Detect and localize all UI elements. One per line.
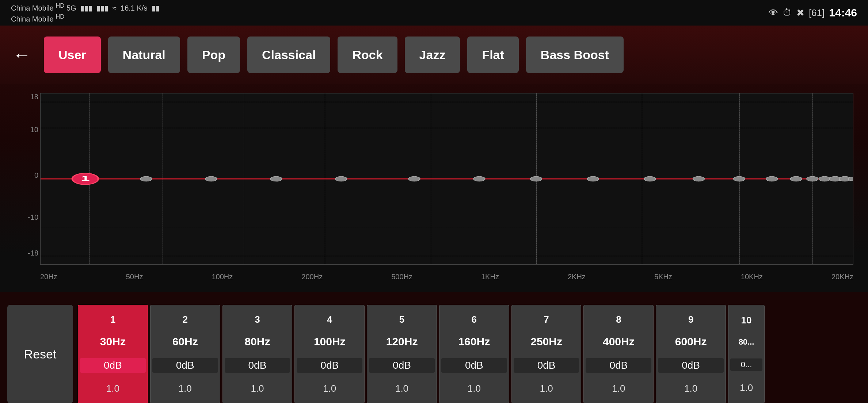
x-label-1khz: 1KHz	[481, 273, 499, 281]
band-7[interactable]: 7 250Hz 0dB 1.0	[511, 305, 582, 403]
band-8[interactable]: 8 400Hz 0dB 1.0	[583, 305, 654, 403]
status-right: 👁 ⏱ ✖ [61] 14:46	[769, 7, 857, 19]
bluetooth-icon: ✖	[796, 7, 804, 19]
reset-button[interactable]: Reset	[7, 305, 73, 403]
x-axis-labels: 20Hz 50Hz 100Hz 200Hz 500Hz 1KHz 2KHz 5K…	[40, 273, 853, 281]
band-3[interactable]: 3 80Hz 0dB 1.0	[222, 305, 293, 403]
band-6-freq: 160Hz	[458, 335, 490, 348]
svg-point-3	[141, 176, 152, 181]
y-label-neg18: -18	[18, 249, 38, 257]
battery-indicator: [61]	[809, 7, 825, 19]
svg-point-5	[270, 176, 282, 181]
x-label-500hz: 500Hz	[391, 273, 412, 281]
band-9-db: 0dB	[658, 358, 724, 373]
x-label-2khz: 2KHz	[568, 273, 586, 281]
x-label-10khz: 10KHz	[741, 273, 763, 281]
preset-flat[interactable]: Flat	[467, 37, 518, 73]
preset-rock[interactable]: Rock	[338, 37, 397, 73]
band-7-q: 1.0	[540, 383, 553, 394]
band-4-q: 1.0	[323, 383, 336, 394]
preset-natural[interactable]: Natural	[108, 37, 180, 73]
band-10[interactable]: 10 80... 0... 1.0	[728, 305, 765, 403]
band-3-q: 1.0	[251, 383, 264, 394]
band-1-db: 0dB	[80, 358, 146, 373]
band-5-db: 0dB	[369, 358, 435, 373]
x-label-50hz: 50Hz	[126, 273, 143, 281]
band-5-freq: 120Hz	[386, 335, 418, 348]
band-10-db: 0...	[730, 358, 762, 371]
svg-point-13	[734, 176, 745, 181]
svg-point-9	[530, 176, 542, 181]
band-controls: Reset 1 30Hz 0dB 1.0 2 60Hz 0dB 1.0 3 80…	[0, 292, 868, 403]
svg-point-17	[819, 176, 830, 181]
band-4[interactable]: 4 100Hz 0dB 1.0	[294, 305, 365, 403]
svg-point-12	[693, 176, 704, 181]
back-arrow-icon: ←	[13, 46, 31, 64]
carrier1-label: China Mobile HD 5G ▮▮▮ ▮▮▮ ≈ 16.1 K/s ▮▮	[11, 2, 160, 13]
band-2-db: 0dB	[152, 358, 218, 373]
band-7-freq: 250Hz	[530, 335, 562, 348]
band-9-q: 1.0	[684, 383, 697, 394]
band-5[interactable]: 5 120Hz 0dB 1.0	[367, 305, 437, 403]
back-button[interactable]: ←	[7, 40, 37, 69]
chart-area[interactable]: 1	[40, 93, 853, 265]
band-1-q: 1.0	[106, 383, 119, 394]
svg-point-4	[205, 176, 217, 181]
band-2-num: 2	[182, 314, 187, 325]
preset-pop[interactable]: Pop	[187, 37, 240, 73]
eq-line-svg: 1	[41, 93, 853, 264]
band-9[interactable]: 9 600Hz 0dB 1.0	[656, 305, 726, 403]
band-8-freq: 400Hz	[603, 335, 635, 348]
preset-user[interactable]: User	[44, 37, 101, 73]
carrier-info: China Mobile HD 5G ▮▮▮ ▮▮▮ ≈ 16.1 K/s ▮▮…	[11, 2, 160, 23]
svg-point-10	[587, 176, 599, 181]
time-display: 14:46	[829, 7, 857, 19]
svg-point-6	[335, 176, 347, 181]
band-8-num: 8	[616, 314, 621, 325]
svg-point-16	[807, 176, 818, 181]
x-label-5khz: 5KHz	[654, 273, 672, 281]
band-4-num: 4	[327, 314, 332, 325]
band-4-db: 0dB	[297, 358, 362, 373]
status-bar: China Mobile HD 5G ▮▮▮ ▮▮▮ ≈ 16.1 K/s ▮▮…	[0, 0, 868, 26]
band-10-freq: 80...	[739, 337, 754, 347]
svg-point-20	[848, 177, 853, 181]
preset-classical[interactable]: Classical	[247, 37, 330, 73]
carrier2-label: China Mobile HD	[11, 13, 160, 24]
band-8-q: 1.0	[612, 383, 625, 394]
svg-point-8	[473, 176, 485, 181]
band-1-freq: 30Hz	[100, 335, 126, 348]
band-3-db: 0dB	[225, 358, 290, 373]
y-label-18: 18	[18, 93, 38, 101]
band-7-db: 0dB	[514, 358, 579, 373]
svg-point-11	[644, 176, 655, 181]
band-10-num: 10	[741, 315, 752, 326]
top-bar: ← User Natural Pop Classical Rock Jazz F…	[0, 26, 868, 84]
band-7-num: 7	[544, 314, 549, 325]
svg-point-15	[791, 176, 802, 181]
preset-jazz[interactable]: Jazz	[405, 37, 460, 73]
band-3-freq: 80Hz	[244, 335, 270, 348]
band-9-freq: 600Hz	[675, 335, 707, 348]
x-label-100hz: 100Hz	[212, 273, 233, 281]
band-6[interactable]: 6 160Hz 0dB 1.0	[439, 305, 509, 403]
y-label-10: 10	[18, 126, 38, 134]
band-8-db: 0dB	[586, 358, 651, 373]
band-9-num: 9	[688, 314, 693, 325]
band-6-q: 1.0	[468, 383, 481, 394]
svg-point-14	[766, 176, 777, 181]
band-6-db: 0dB	[441, 358, 507, 373]
band-10-q: 1.0	[740, 382, 753, 394]
eq-chart-container: 18 10 0 -10 -18	[18, 86, 857, 283]
band-4-freq: 100Hz	[314, 335, 346, 348]
band-6-num: 6	[472, 314, 477, 325]
svg-point-7	[408, 176, 420, 181]
band-5-q: 1.0	[395, 383, 408, 394]
preset-bass-boost[interactable]: Bass Boost	[526, 37, 624, 73]
y-label-neg10: -10	[18, 213, 38, 222]
y-label-0: 0	[18, 171, 38, 180]
band-2-q: 1.0	[179, 383, 192, 394]
band-2[interactable]: 2 60Hz 0dB 1.0	[150, 305, 220, 403]
band-1[interactable]: 1 30Hz 0dB 1.0	[78, 305, 148, 403]
battery-level: [61]	[809, 7, 825, 19]
